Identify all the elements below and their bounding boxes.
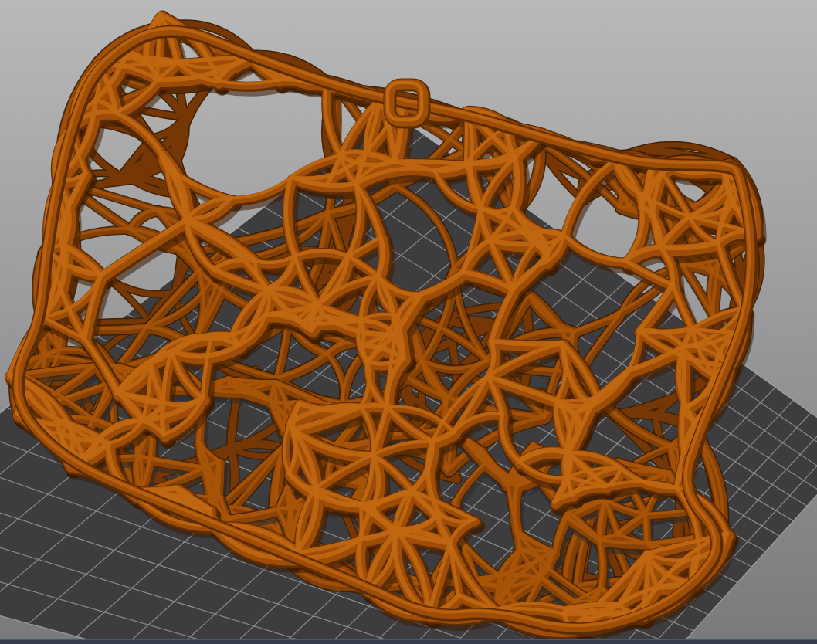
status-bar: [0, 639, 817, 644]
slicer-3d-viewport[interactable]: [0, 0, 817, 644]
scene-canvas[interactable]: [0, 0, 817, 644]
